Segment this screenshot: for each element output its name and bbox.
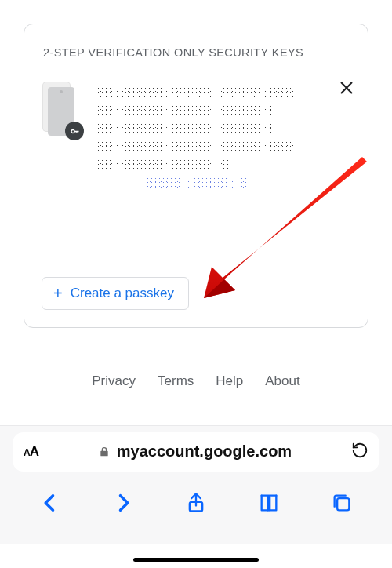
forward-button[interactable] — [110, 490, 136, 516]
footer-links: Privacy Terms Help About — [0, 373, 392, 389]
svg-point-0 — [71, 129, 74, 133]
page-root: 2-STEP VERIFICATION ONLY SECURITY KEYS +… — [0, 0, 392, 568]
safari-toolbar — [0, 477, 392, 544]
reader-aa-button[interactable]: AA — [24, 444, 38, 460]
address-capsule[interactable]: AA myaccount.google.com — [13, 432, 379, 472]
domain-text: myaccount.google.com — [117, 442, 292, 461]
close-icon[interactable] — [334, 75, 359, 100]
redacted-text-area — [96, 82, 302, 222]
home-indicator — [133, 558, 259, 562]
footer-help[interactable]: Help — [216, 373, 243, 389]
key-badge-icon — [65, 122, 84, 140]
svg-rect-2 — [337, 498, 349, 510]
domain-area[interactable]: myaccount.google.com — [46, 442, 343, 461]
footer-privacy[interactable]: Privacy — [92, 373, 136, 389]
footer-about[interactable]: About — [265, 373, 299, 389]
bookmarks-button[interactable] — [256, 490, 282, 516]
share-button[interactable] — [183, 490, 209, 516]
safari-address-bar: AA myaccount.google.com — [0, 425, 392, 477]
footer-terms[interactable]: Terms — [158, 373, 194, 389]
tabs-button[interactable] — [328, 490, 355, 516]
create-passkey-button[interactable]: + Create a passkey — [42, 277, 189, 310]
lock-icon — [98, 446, 111, 458]
back-button[interactable] — [37, 490, 64, 516]
plus-icon: + — [53, 286, 63, 301]
device-area — [43, 82, 350, 231]
security-keys-card: 2-STEP VERIFICATION ONLY SECURITY KEYS +… — [24, 24, 368, 328]
card-heading: 2-STEP VERIFICATION ONLY SECURITY KEYS — [43, 46, 349, 59]
reload-button[interactable] — [351, 442, 368, 462]
create-passkey-label: Create a passkey — [71, 286, 174, 301]
